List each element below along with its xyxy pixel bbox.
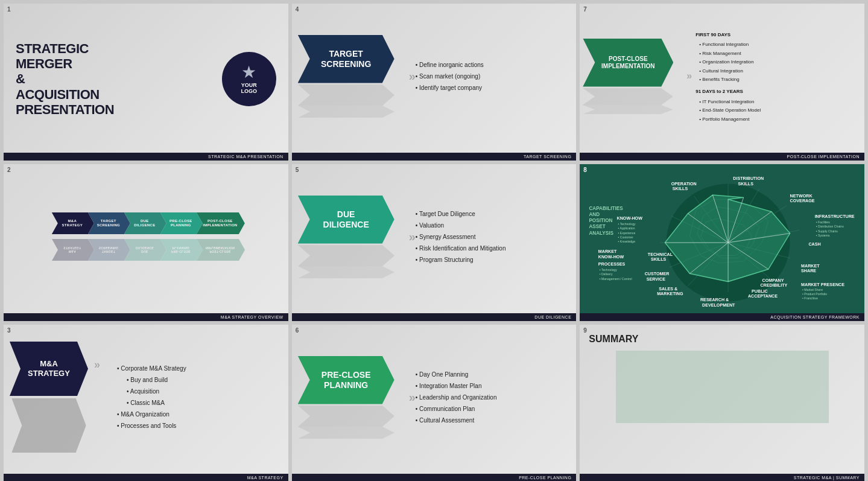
slide-grid: 1 STRATEGICMERGER&ACQUISITIONPRESENTATIO… xyxy=(0,0,868,481)
svg-text:COVERAGE: COVERAGE xyxy=(790,199,815,203)
svg-text:MARKET: MARKET xyxy=(801,264,820,269)
slide3-main-arrow: M&ASTRATEGY xyxy=(10,342,88,396)
slide3-footer: M&A STRATEGY xyxy=(4,474,288,481)
svg-text:MARKETING: MARKETING xyxy=(657,291,683,296)
slide6-bullet-4: Communication Plan xyxy=(416,403,497,415)
slide6-connector-icon: » xyxy=(409,390,416,404)
slide7-connector: » xyxy=(686,71,692,81)
svg-text:• Franchise: • Franchise xyxy=(802,296,818,300)
slide5-arrow-reflection xyxy=(298,245,394,266)
svg-text:ASSET: ASSET xyxy=(589,224,606,229)
slide4-connector: » xyxy=(409,69,416,83)
slide5-arrow-shadow2 xyxy=(298,266,394,278)
slide7-arrow-group: POST-CLOSEIMPLEMENTATION xyxy=(583,39,680,114)
svg-text:NETWORK: NETWORK xyxy=(790,194,813,199)
svg-text:• Experience: • Experience xyxy=(618,231,636,235)
process-flow: M&ASTRATEGY TARGETSCREENING DUEDILIGENCE… xyxy=(52,212,240,234)
slide7-arrow-reflection xyxy=(583,88,673,105)
slide5-main-arrow: DUEDILIGENCE xyxy=(298,196,394,244)
slide4-arrow-reflection xyxy=(298,84,394,106)
svg-text:INFRASTRUCTURE: INFRASTRUCTURE xyxy=(815,214,855,219)
svg-text:SHARE: SHARE xyxy=(801,269,816,273)
slide6-bullet-2: Integration Master Plan xyxy=(416,380,497,392)
svg-text:• Market Share: • Market Share xyxy=(802,288,823,291)
slide-3: 3 M&ASTRATEGY » Corporate M&A Strategy B… xyxy=(4,325,288,481)
svg-text:• Management / Control: • Management / Control xyxy=(600,277,632,281)
slide7-s1-b1: Functional Integration xyxy=(699,40,761,49)
slide6-main-arrow: PRE-CLOSEPLANNING xyxy=(298,356,394,404)
slide3-bullet-4: Classic M&A xyxy=(117,397,186,409)
svg-text:• Distribution Chains: • Distribution Chains xyxy=(816,225,844,228)
slide6-footer: PRE-CLOSE PLANNING xyxy=(292,474,577,481)
svg-text:• Customer: • Customer xyxy=(618,235,634,239)
svg-text:SKILLS: SKILLS xyxy=(651,257,667,262)
svg-text:OPERATION: OPERATION xyxy=(671,182,697,186)
slide6-arrow-shadow2 xyxy=(298,427,394,439)
slide8-footer: ACQUISITION STRATEGY FRAMEWORK xyxy=(580,313,864,321)
slide-6: 6 PRE-CLOSEPLANNING » Day One Planning I… xyxy=(292,325,577,481)
slide6-content: PRE-CLOSEPLANNING » Day One Planning Int… xyxy=(292,325,577,481)
svg-text:SERVICE: SERVICE xyxy=(647,277,666,282)
slide-number-4: 4 xyxy=(296,6,299,13)
slide-2: 2 M&ASTRATEGY TARGETSCREENING DUEDILIGEN… xyxy=(4,164,288,321)
slide9-content: SUMMARY xyxy=(580,325,864,481)
slide2-footer: M&A STRATEGY OVERVIEW xyxy=(4,313,288,321)
slide5-bullets: Target Due Diligence Valuation Synergy A… xyxy=(416,208,506,266)
svg-text:ACCEPTANCE: ACCEPTANCE xyxy=(748,294,778,299)
svg-text:• Technology: • Technology xyxy=(618,222,636,226)
slide5-bullet-2: Valuation xyxy=(416,220,506,231)
slide-number-3: 3 xyxy=(7,327,11,334)
svg-text:• Supply Chains: • Supply Chains xyxy=(816,229,838,233)
slide7-section1-list: Functional Integration Risk Management O… xyxy=(695,40,761,84)
slide7-s2-b1: IT Functional Integration xyxy=(699,98,761,106)
slide3-bullet-6: Processes and Tools xyxy=(117,420,186,432)
svg-text:AND: AND xyxy=(589,212,600,217)
svg-text:KNOW-HOW: KNOW-HOW xyxy=(598,255,624,260)
svg-text:• Product Portfolio: • Product Portfolio xyxy=(802,292,827,296)
slide5-bullet-3: Synergy Assessment xyxy=(416,231,506,243)
slide7-arrow-shadow2 xyxy=(583,105,673,114)
slide-number-7: 7 xyxy=(583,6,587,13)
svg-text:COMPANY: COMPANY xyxy=(762,278,784,283)
slide5-bullet-4: Risk Identification and Mitigation xyxy=(416,243,506,254)
slide6-connector: » xyxy=(409,390,416,404)
slide5-footer: DUE DILIGENCE xyxy=(292,313,577,321)
svg-text:• Facilities: • Facilities xyxy=(816,220,831,224)
slide7-section1-title: FIRST 90 DAYS xyxy=(695,31,761,39)
slide7-main-arrow: POST-CLOSEIMPLEMENTATION xyxy=(583,39,673,87)
slide3-connector-icon: » xyxy=(94,358,100,371)
slide-8: 8 xyxy=(580,164,864,321)
svg-text:MARKET PRESENCE: MARKET PRESENCE xyxy=(801,282,844,287)
process-flow-reflection: M&ASTRATEGY TARGETSCREENING DUEDILIGENCE… xyxy=(52,239,240,261)
slide-1: 1 STRATEGICMERGER&ACQUISITIONPRESENTATIO… xyxy=(4,4,288,161)
slide7-bullets-block: FIRST 90 DAYS Functional Integration Ris… xyxy=(695,28,761,124)
slide4-footer: TARGET SCREENING xyxy=(292,153,577,161)
slide9-title: SUMMARY xyxy=(589,334,855,345)
slide1-title-block: STRATEGICMERGER&ACQUISITIONPRESENTATION xyxy=(16,41,114,117)
star-icon: ★ xyxy=(241,64,256,81)
slide1-content: STRATEGICMERGER&ACQUISITIONPRESENTATION … xyxy=(4,4,288,161)
svg-text:RESEARCH &: RESEARCH & xyxy=(700,298,729,302)
slide7-s2-b3: Portfolio Management xyxy=(699,115,761,124)
svg-text:DISTRIBUTION: DISTRIBUTION xyxy=(733,176,764,181)
slide8-content: KNOW-HOW • Technology • Application • Ex… xyxy=(580,164,864,321)
step5-shape: POST-CLOSEIMPLEMENTATION xyxy=(197,212,245,234)
slide7-s2-b2: End-State Operation Model xyxy=(699,106,761,115)
svg-text:• Delivery: • Delivery xyxy=(600,272,613,276)
svg-text:SKILLS: SKILLS xyxy=(738,182,754,186)
step5-reflect-shape: POST-CLOSEIMPLEMENTATION xyxy=(197,239,245,261)
slide-5: 5 DUEDILIGENCE » Target Due Diligence Va… xyxy=(292,164,577,321)
slide6-bullets: Day One Planning Integration Master Plan… xyxy=(416,369,497,426)
svg-text:PUBLIC: PUBLIC xyxy=(752,289,768,294)
slide4-bullet-1: Define inorganic actions xyxy=(416,59,484,71)
slide7-s1-b2: Risk Management xyxy=(699,49,761,58)
slide7-s1-b5: Benefits Tracking xyxy=(699,75,761,84)
slide2-content: M&ASTRATEGY TARGETSCREENING DUEDILIGENCE… xyxy=(4,164,288,321)
slide3-content: M&ASTRATEGY » Corporate M&A Strategy Buy… xyxy=(4,325,288,481)
slide5-bullet-1: Target Due Diligence xyxy=(416,208,506,220)
slide4-bullet-2: Scan market (ongoing) xyxy=(416,71,484,82)
slide7-s1-b4: Cultural Integration xyxy=(699,67,761,75)
slide3-bullets: Corporate M&A Strategy Buy and Build Acq… xyxy=(117,363,186,432)
svg-text:• Application: • Application xyxy=(618,226,635,230)
slide3-bullet-3: Acquisition xyxy=(117,386,186,397)
